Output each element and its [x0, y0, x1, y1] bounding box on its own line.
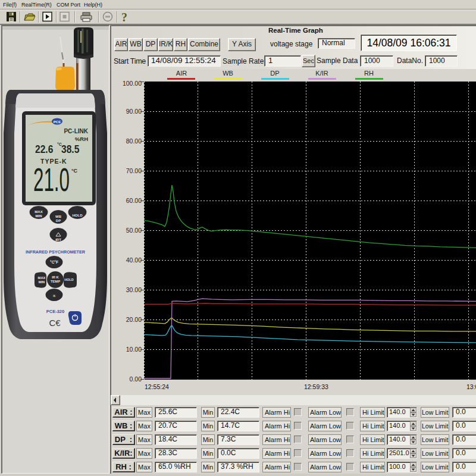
svg-text:°C°F: °C°F — [50, 260, 58, 264]
svg-text:MAX: MAX — [35, 210, 42, 214]
svg-text:TEMP: TEMP — [51, 280, 60, 283]
svg-text:IRT: IRT — [55, 238, 61, 242]
svg-text:HOLD: HOLD — [64, 278, 73, 281]
svg-text:38.5: 38.5 — [61, 143, 80, 156]
svg-text:22.6: 22.6 — [35, 143, 54, 156]
svg-text:MIN: MIN — [39, 280, 45, 284]
svg-text:INFRARED PSYCHROMETER: INFRARED PSYCHROMETER — [26, 249, 86, 255]
svg-text:PC-LINK: PC-LINK — [64, 128, 88, 134]
svg-text:PCE: PCE — [54, 120, 61, 124]
svg-text:DP: DP — [56, 219, 61, 223]
svg-text:MAX: MAX — [38, 276, 46, 280]
svg-text:?: ? — [121, 11, 127, 24]
svg-text:%RH: %RH — [75, 136, 88, 142]
svg-text:IR K: IR K — [52, 275, 59, 279]
svg-text:MIN: MIN — [36, 214, 42, 218]
svg-text:21.0: 21.0 — [33, 161, 70, 198]
svg-text:HOLD: HOLD — [73, 214, 83, 217]
svg-text:°C: °C — [71, 168, 78, 174]
svg-text:C€: C€ — [49, 318, 61, 328]
svg-text:PCE-320: PCE-320 — [46, 309, 64, 314]
svg-text:WB: WB — [55, 215, 62, 218]
svg-text:☀: ☀ — [52, 294, 56, 298]
